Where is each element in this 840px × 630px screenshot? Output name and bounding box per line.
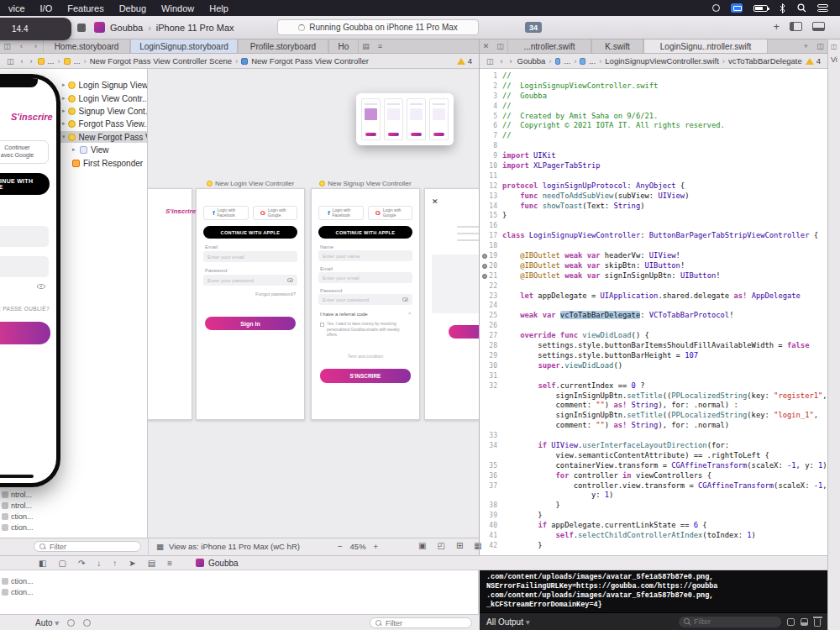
battery-icon[interactable] [753, 3, 768, 13]
crumb-ellipsis[interactable]: ... [589, 56, 596, 66]
signup-button[interactable] [0, 322, 50, 344]
name-field[interactable]: Enter your name [318, 250, 412, 261]
outlet-connection-icon[interactable] [482, 274, 487, 279]
show-password-icon[interactable] [402, 297, 408, 302]
embed-icon[interactable]: ▣ [418, 541, 426, 550]
apple-signin-button[interactable]: CONTINUE WITH APPLE [0, 173, 50, 195]
code-line[interactable]: 15} [480, 211, 827, 221]
variables-view[interactable]: ction... ction... [0, 570, 479, 614]
code-line[interactable]: 7// [480, 131, 827, 141]
simulate-location-icon[interactable]: ➤ [129, 559, 135, 568]
variable-item-cut[interactable]: ction... [2, 577, 34, 585]
variables-scope-select[interactable]: Auto ▾ [35, 618, 59, 627]
menu-debug[interactable]: Debug [119, 3, 146, 13]
add-tab-icon[interactable]: + [799, 39, 813, 53]
info-icon[interactable] [83, 619, 91, 627]
code-line[interactable]: 36 for controller in viewControllers { [480, 471, 827, 481]
variables-filter-input[interactable] [386, 619, 466, 627]
clear-console-icon[interactable] [814, 619, 821, 627]
outline-item-cut[interactable]: ction... [2, 512, 34, 521]
forward-icon[interactable]: › [29, 39, 43, 53]
menu-help[interactable]: Help [209, 3, 228, 13]
screen-mirroring-icon[interactable] [731, 3, 743, 13]
disclosure-icon[interactable]: ▾ [62, 134, 66, 140]
process-indicator[interactable]: Goubba [196, 559, 239, 568]
code-line[interactable]: 3// Goubba [480, 92, 827, 102]
console-filter-field[interactable] [679, 617, 781, 627]
outline-filter-field[interactable] [34, 541, 141, 552]
code-line[interactable]: 1// [480, 71, 827, 81]
sign-in-button[interactable]: Sign In [205, 317, 296, 330]
password-field[interactable]: Enter your password [318, 294, 412, 305]
memory-graph-icon[interactable]: ≡ [167, 559, 172, 568]
disclosure-icon[interactable]: ▸ [72, 146, 77, 153]
list-icon[interactable]: ≡ [373, 39, 387, 53]
code-line[interactable]: 9import UIKit [480, 151, 827, 161]
google-signin-button[interactable]: Continuer avec Google [0, 140, 49, 164]
email-field[interactable]: Enter your email [318, 272, 412, 283]
outlet-connection-icon[interactable] [482, 254, 487, 259]
menu-device[interactable]: vice [8, 3, 25, 13]
forgot-password-link[interactable]: Forgot password? [255, 291, 296, 297]
code-line[interactable]: 34 if UIView.userInterfaceLayoutDirectio… [480, 441, 827, 451]
console-pane-left-icon[interactable] [787, 618, 795, 626]
scheme-selector[interactable]: Goubba › iPhone 11 Pro Max [94, 22, 234, 33]
variables-filter-field[interactable] [370, 617, 472, 628]
outline-item-cut[interactable]: ntrol... [2, 491, 32, 499]
marketing-consent[interactable]: Yes, I want to save money by receiving p… [320, 322, 411, 339]
outlet-connection-icon[interactable] [482, 264, 487, 269]
code-line[interactable]: 2// LoginSignupViewController.swift [480, 81, 827, 92]
bluetooth-icon[interactable] [779, 3, 786, 13]
apple-login-button[interactable]: CONTINUE WITH APPLE [318, 226, 412, 239]
code-line[interactable]: 37 controller.view.transform = CGAffineT… [480, 481, 827, 491]
disclosure-icon[interactable]: ▸ [62, 108, 66, 114]
forward-icon[interactable]: › [508, 57, 514, 66]
debug-area-toggle-icon[interactable] [812, 22, 825, 31]
storyboard-preview-popup[interactable] [356, 93, 454, 145]
console-filter-input[interactable] [694, 617, 776, 626]
email-field[interactable]: Enter your email [203, 251, 297, 262]
step-over-icon[interactable]: ↷ [78, 559, 85, 568]
code-line[interactable]: comment: "") as! String), for: .normal) … [480, 401, 827, 411]
code-line[interactable]: 4// [480, 102, 827, 112]
back-icon[interactable]: ‹ [499, 57, 505, 66]
code-editor[interactable]: 1//2// LoginSignupViewController.swift3/… [480, 69, 827, 555]
facebook-login-button[interactable]: f Login with Facebook [203, 206, 249, 220]
crumb-project[interactable]: Goubba [517, 56, 546, 66]
close-icon[interactable]: ✕ [432, 197, 438, 206]
simulator-titlebar[interactable]: 14.4 [0, 18, 71, 40]
crumb-scene[interactable]: New Forgot Pass View Controller Scene [90, 56, 232, 66]
pane-split-icon[interactable]: ◫ [813, 39, 827, 53]
view-as-control[interactable]: ▦ View as: iPhone 11 Pro Max (wC hR) [156, 542, 300, 551]
console-pane-right-icon[interactable] [801, 618, 808, 626]
code-line[interactable]: 26 [480, 321, 827, 331]
disclosure-icon[interactable]: ▸ [62, 120, 66, 127]
hide-debug-area-icon[interactable]: ◧ [39, 559, 46, 568]
navigator-toggle-icon[interactable] [790, 22, 802, 31]
checkbox[interactable] [320, 323, 324, 327]
code-line[interactable]: y: 1) [480, 491, 827, 501]
code-line[interactable]: 40 if appDelegate.currentLinkState == 6 … [480, 521, 827, 531]
code-line[interactable]: 12protocol loginSignUpProtocol: AnyObjec… [480, 181, 827, 192]
code-line[interactable]: 14 func showToast(Text: String) [480, 202, 827, 212]
password-field[interactable]: Enter your password [203, 275, 297, 286]
outline-item-cut[interactable]: ction... [2, 523, 34, 532]
crumb-view-controller[interactable]: New Forgot Pass View Controller [251, 56, 369, 66]
cta-button-fragment[interactable] [449, 325, 479, 339]
editor-options-icon[interactable]: ◫ [5, 57, 16, 66]
code-line[interactable]: 30 super.viewDidLoad() [480, 361, 827, 371]
code-line[interactable]: view.semanticContentAttribute) == .right… [480, 451, 827, 461]
scene-header-login[interactable]: New Login View Controller [196, 179, 305, 187]
google-login-button[interactable]: G Login with Google [253, 206, 298, 220]
show-password-icon[interactable] [287, 278, 293, 282]
code-line[interactable]: 11 [480, 171, 827, 181]
terms-link[interactable]: Term and condition [312, 354, 419, 359]
scene-header-signup[interactable]: New Signup View Controller [311, 179, 420, 187]
forgot-password-link[interactable]: MOT DE PASSE OUBLIÉ? [0, 306, 50, 312]
code-line[interactable]: 32 self.currentIndex == 0 ? [480, 381, 827, 391]
disclosure-icon[interactable]: ▸ [62, 95, 66, 102]
pin-icon[interactable]: ⊞ [456, 541, 463, 550]
menu-features[interactable]: Features [67, 3, 103, 13]
zoom-out-button[interactable]: − [338, 542, 343, 551]
code-line[interactable]: 19 @IBOutlet weak var headerVw: UIView! [480, 251, 827, 261]
